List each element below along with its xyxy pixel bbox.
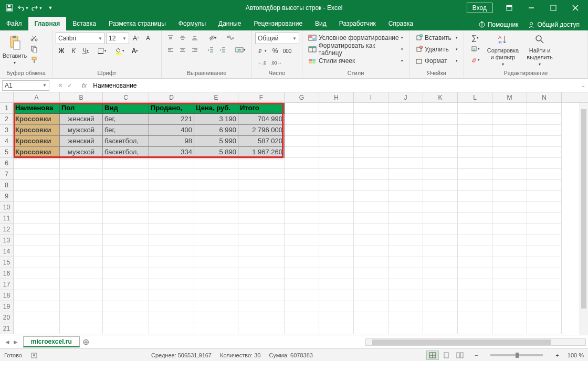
cell[interactable] <box>194 213 238 224</box>
cell[interactable] <box>354 169 388 180</box>
cell[interactable] <box>103 235 149 246</box>
col-header[interactable]: G <box>285 92 319 102</box>
cell[interactable] <box>285 213 319 224</box>
cell[interactable] <box>103 323 149 334</box>
delete-cells-button[interactable]: ×Удалить▾ <box>413 44 460 55</box>
cell[interactable]: 6 990 <box>194 125 238 136</box>
cell[interactable] <box>423 103 458 114</box>
cell[interactable] <box>149 180 194 191</box>
cell[interactable] <box>423 224 458 235</box>
cell[interactable] <box>319 125 354 136</box>
cell[interactable]: 400 <box>149 125 194 136</box>
cell[interactable] <box>423 279 458 290</box>
col-header[interactable]: B <box>60 92 103 102</box>
cell[interactable] <box>423 290 458 301</box>
row-header[interactable]: 4 <box>0 136 14 147</box>
cell[interactable] <box>319 213 354 224</box>
cell[interactable] <box>354 323 388 334</box>
cell[interactable] <box>103 290 149 301</box>
cell[interactable] <box>194 268 238 279</box>
cell[interactable] <box>354 147 388 158</box>
row-header[interactable]: 10 <box>0 202 14 213</box>
col-header[interactable]: F <box>238 92 285 102</box>
cell[interactable] <box>60 279 103 290</box>
cell[interactable] <box>388 246 423 257</box>
cell[interactable] <box>60 158 103 169</box>
cell[interactable] <box>285 246 319 257</box>
align-right-icon[interactable] <box>189 45 201 55</box>
cell[interactable] <box>319 147 354 158</box>
tab-разметка страницы[interactable]: Разметка страницы <box>102 17 172 30</box>
cancel-formula-icon[interactable]: ✕ <box>58 82 63 89</box>
cell[interactable] <box>354 279 388 290</box>
cell[interactable] <box>194 202 238 213</box>
cell[interactable] <box>60 301 103 312</box>
login-button[interactable]: Вход <box>467 3 492 13</box>
cell[interactable] <box>458 323 492 334</box>
cell[interactable] <box>238 246 285 257</box>
cell[interactable] <box>238 323 285 334</box>
cell[interactable]: Наименова <box>14 103 60 114</box>
font-size-combo[interactable]: 12▼ <box>106 33 129 44</box>
add-sheet-icon[interactable]: ⊕ <box>80 337 92 347</box>
qat-customize-icon[interactable]: ▼ <box>44 2 57 14</box>
conditional-format-button[interactable]: Условное форматирование▾ <box>306 33 406 43</box>
cell[interactable] <box>388 202 423 213</box>
tab-вид[interactable]: Вид <box>309 17 333 30</box>
cell[interactable] <box>194 301 238 312</box>
col-header[interactable]: N <box>527 92 562 102</box>
cell[interactable] <box>354 180 388 191</box>
cell[interactable] <box>527 268 562 279</box>
cell[interactable] <box>103 213 149 224</box>
row-header[interactable]: 5 <box>0 147 14 158</box>
cell[interactable] <box>527 246 562 257</box>
cell[interactable] <box>492 136 527 147</box>
cell[interactable] <box>492 268 527 279</box>
undo-icon[interactable]: ▼ <box>17 2 29 14</box>
name-box[interactable]: A1▼ <box>2 80 49 91</box>
col-header[interactable]: L <box>458 92 492 102</box>
cell[interactable] <box>423 191 458 202</box>
merge-icon[interactable]: ▾ <box>233 45 248 55</box>
cell[interactable] <box>194 290 238 301</box>
cell[interactable] <box>388 312 423 323</box>
underline-button[interactable]: Ч▾ <box>80 46 91 56</box>
cell[interactable] <box>319 103 354 114</box>
cell[interactable]: баскетбол, <box>103 147 149 158</box>
cell[interactable] <box>458 114 492 125</box>
cell[interactable] <box>149 290 194 301</box>
cell[interactable] <box>354 136 388 147</box>
tell-me[interactable]: Помощник <box>475 19 522 30</box>
cell[interactable] <box>14 268 60 279</box>
col-header[interactable]: D <box>149 92 194 102</box>
cell[interactable] <box>285 235 319 246</box>
copy-icon[interactable] <box>28 44 40 54</box>
bold-button[interactable]: Ж <box>56 46 67 56</box>
cell[interactable]: женский <box>60 136 103 147</box>
cell[interactable] <box>458 235 492 246</box>
row-header[interactable]: 21 <box>0 323 14 334</box>
share-button[interactable]: Общий доступ <box>524 19 583 30</box>
cell[interactable] <box>527 125 562 136</box>
cell[interactable] <box>492 180 527 191</box>
cell[interactable] <box>388 169 423 180</box>
cell[interactable]: бег, <box>103 114 149 125</box>
cell[interactable] <box>492 169 527 180</box>
cell[interactable] <box>458 312 492 323</box>
cell[interactable] <box>388 158 423 169</box>
cell[interactable] <box>285 136 319 147</box>
cell[interactable] <box>149 202 194 213</box>
border-icon[interactable]: ▾ <box>94 46 109 56</box>
cell[interactable] <box>285 169 319 180</box>
cell[interactable] <box>492 257 527 268</box>
cell[interactable] <box>423 147 458 158</box>
cell[interactable] <box>194 169 238 180</box>
cell[interactable] <box>458 158 492 169</box>
sort-filter-button[interactable]: АЯ Сортировка и фильтр▼ <box>485 33 521 67</box>
formula-expand-icon[interactable]: ⌄ <box>579 82 588 88</box>
cell[interactable] <box>60 169 103 180</box>
cell[interactable] <box>423 235 458 246</box>
cell[interactable] <box>14 279 60 290</box>
tab-главная[interactable]: Главная <box>28 17 67 30</box>
cell[interactable] <box>319 169 354 180</box>
